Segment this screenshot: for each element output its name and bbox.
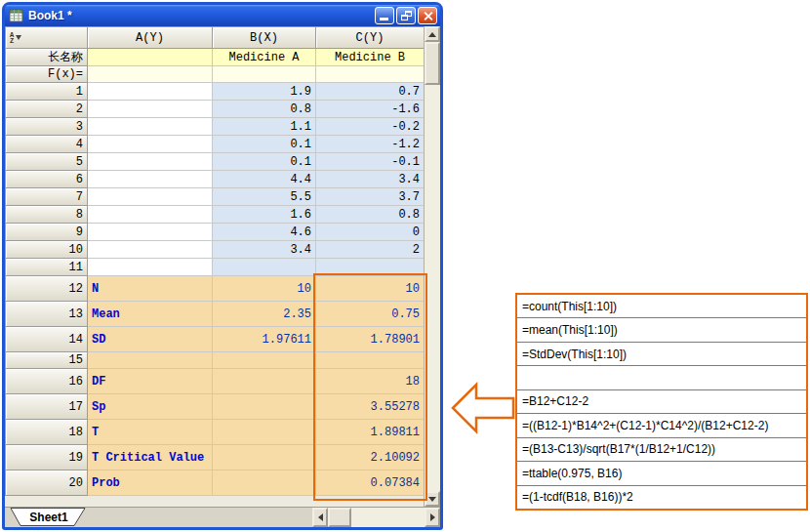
cell[interactable]: 10 [213, 276, 316, 302]
cell[interactable]: 4.6 [213, 224, 316, 241]
cell[interactable] [316, 66, 425, 83]
cell[interactable]: -1.2 [316, 136, 425, 153]
cell[interactable]: 2.35 [213, 302, 316, 327]
cell[interactable]: -0.2 [316, 118, 425, 136]
scroll-down-button[interactable] [425, 491, 440, 507]
cell[interactable]: 2.10092 [316, 445, 425, 471]
cell[interactable]: Medicine B [316, 49, 425, 66]
row-header[interactable]: 12 [6, 276, 88, 302]
row-header[interactable]: 3 [6, 118, 88, 136]
cell[interactable] [88, 188, 213, 206]
cell[interactable] [213, 352, 316, 369]
vertical-scroll-track[interactable] [425, 42, 440, 491]
cell[interactable]: 18 [316, 369, 425, 394]
scroll-right-button[interactable] [425, 508, 440, 527]
cell[interactable] [88, 352, 213, 369]
vertical-scroll-thumb[interactable] [425, 42, 440, 85]
close-button[interactable] [418, 7, 437, 24]
row-header[interactable]: 4 [6, 136, 88, 153]
minimize-button[interactable] [375, 7, 394, 24]
row-header[interactable]: 11 [6, 259, 88, 276]
cell[interactable]: 3.7 [316, 188, 425, 206]
cell[interactable]: T [88, 420, 213, 445]
cell[interactable]: T Critical Value [88, 445, 213, 471]
cell[interactable]: 0.07384 [316, 471, 425, 496]
cell[interactable] [88, 224, 213, 241]
cell[interactable] [88, 83, 213, 101]
cell[interactable]: Medicine A [213, 49, 316, 66]
row-header[interactable]: 13 [6, 302, 88, 327]
cell[interactable]: 4.4 [213, 171, 316, 188]
column-header-a[interactable]: A(Y) [88, 27, 213, 49]
cell[interactable]: 1.6 [213, 206, 316, 224]
cell[interactable] [88, 136, 213, 153]
row-header[interactable]: 1 [6, 83, 88, 101]
cell[interactable] [213, 445, 316, 471]
cell[interactable]: Prob [88, 471, 213, 496]
cell[interactable]: 10 [316, 276, 425, 302]
cell[interactable] [88, 259, 213, 276]
row-header[interactable]: 18 [6, 420, 88, 445]
row-header[interactable]: 7 [6, 188, 88, 206]
cell[interactable] [213, 369, 316, 394]
cell[interactable] [88, 206, 213, 224]
row-header[interactable]: 14 [6, 327, 88, 352]
cell[interactable]: 1.97611 [213, 327, 316, 352]
horizontal-scroll-thumb[interactable] [328, 508, 351, 527]
horizontal-scrollbar[interactable] [312, 508, 440, 527]
row-header[interactable]: 9 [6, 224, 88, 241]
cell[interactable] [88, 118, 213, 136]
cell[interactable] [213, 471, 316, 496]
cell[interactable]: 0 [316, 224, 425, 241]
cell[interactable] [88, 153, 213, 171]
cell[interactable] [213, 259, 316, 276]
cell[interactable]: SD [88, 327, 213, 352]
cell[interactable]: N [88, 276, 213, 302]
cell[interactable]: 1.89811 [316, 420, 425, 445]
cell[interactable] [88, 241, 213, 259]
column-header-b[interactable]: B(X) [213, 27, 316, 49]
row-header[interactable]: 16 [6, 369, 88, 394]
cell[interactable]: -0.1 [316, 153, 425, 171]
row-header[interactable]: 20 [6, 471, 88, 496]
row-header[interactable]: 5 [6, 153, 88, 171]
cell[interactable] [316, 352, 425, 369]
cell[interactable] [316, 259, 425, 276]
sheet-tab[interactable]: Sheet1 [6, 508, 92, 526]
cell[interactable]: 1.9 [213, 83, 316, 101]
row-header[interactable]: 19 [6, 445, 88, 471]
window-titlebar[interactable]: Book1 * [5, 5, 440, 26]
cell[interactable]: 3.55278 [316, 394, 425, 420]
cell[interactable] [213, 420, 316, 445]
cell[interactable]: 0.75 [316, 302, 425, 327]
column-header-c[interactable]: C(Y) [316, 27, 425, 49]
row-header[interactable]: 15 [6, 352, 88, 369]
cell[interactable]: 3.4 [213, 241, 316, 259]
cell[interactable]: DF [88, 369, 213, 394]
cell[interactable] [88, 101, 213, 118]
row-header[interactable]: 2 [6, 101, 88, 118]
cell[interactable]: 5.5 [213, 188, 316, 206]
cell[interactable]: Sp [88, 394, 213, 420]
cell[interactable] [88, 66, 213, 83]
row-header[interactable]: F(x)= [6, 66, 88, 83]
cell[interactable]: 1.78901 [316, 327, 425, 352]
cell[interactable]: 0.1 [213, 153, 316, 171]
cell[interactable]: 3.4 [316, 171, 425, 188]
cell[interactable]: 0.7 [316, 83, 425, 101]
cell[interactable]: 1.1 [213, 118, 316, 136]
cell[interactable]: 2 [316, 241, 425, 259]
cell[interactable] [213, 394, 316, 420]
cell[interactable]: 0.8 [316, 206, 425, 224]
cell[interactable] [88, 49, 213, 66]
horizontal-scroll-track[interactable] [328, 508, 425, 527]
row-header[interactable]: 8 [6, 206, 88, 224]
scroll-up-button[interactable] [425, 26, 440, 42]
cell[interactable] [213, 66, 316, 83]
cell[interactable] [88, 171, 213, 188]
row-header[interactable]: 6 [6, 171, 88, 188]
cell[interactable]: 0.8 [213, 101, 316, 118]
row-header[interactable]: 10 [6, 241, 88, 259]
scroll-left-button[interactable] [312, 508, 328, 527]
restore-button[interactable] [396, 7, 416, 24]
